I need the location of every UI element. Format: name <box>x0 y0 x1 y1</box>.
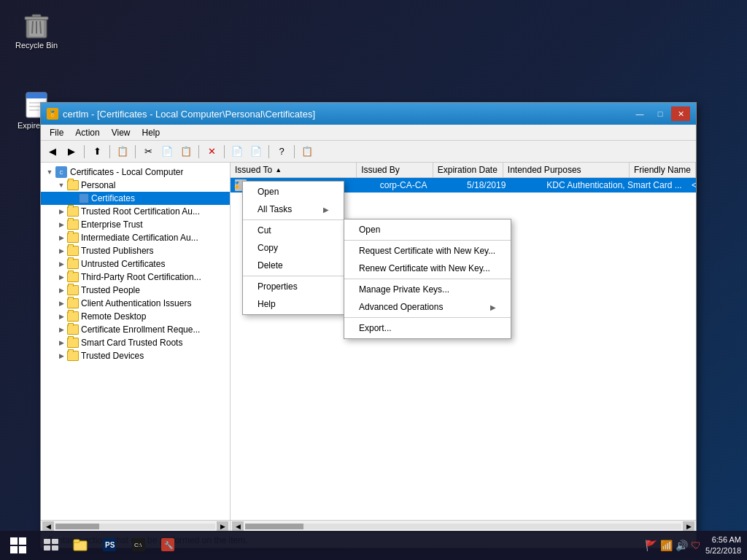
taskbar-powershell[interactable]: PS <box>95 531 124 560</box>
menu-action[interactable]: Action <box>69 126 105 139</box>
help-button[interactable]: ? <box>273 144 290 160</box>
cut-button[interactable]: ✂ <box>139 144 157 160</box>
client-auth-expand-icon[interactable]: ▶ <box>55 298 67 309</box>
svg-rect-18 <box>52 539 58 544</box>
close-button[interactable]: ✕ <box>671 106 690 121</box>
show-hide-button[interactable]: 📋 <box>114 144 131 160</box>
ctx-copy[interactable]: Copy <box>243 239 344 257</box>
tree-root-label: Certificates - Local Computer <box>70 167 183 177</box>
svg-rect-17 <box>44 539 50 544</box>
submenu-open[interactable]: Open <box>344 221 511 238</box>
tree-trusted-publishers[interactable]: ▶ Trusted Publishers <box>41 244 230 257</box>
col-friendly[interactable]: Friendly Name <box>630 163 696 177</box>
left-scrollbar-track[interactable] <box>55 524 215 529</box>
left-hscrollbar[interactable]: ◀ ▶ <box>41 521 231 532</box>
toolbar-separator-1 <box>84 145 85 158</box>
trusted-people-expand-icon[interactable]: ▶ <box>55 284 67 296</box>
taskbar-file-explorer[interactable] <box>66 531 95 560</box>
cert-enrollment-expand-icon[interactable]: ▶ <box>55 324 67 335</box>
menu-help[interactable]: Help <box>136 126 166 139</box>
tree-smart-card[interactable]: ▶ Smart Card Trusted Roots <box>41 336 230 349</box>
trusted-pub-expand-icon[interactable]: ▶ <box>55 245 67 257</box>
left-scroll-right[interactable]: ▶ <box>217 521 228 532</box>
trusted-pub-folder-icon <box>67 246 79 256</box>
task-button[interactable]: 📋 <box>298 144 316 160</box>
col-issued-by[interactable]: Issued By <box>357 163 433 177</box>
untrusted-expand-icon[interactable]: ▶ <box>55 258 67 270</box>
tree-panel[interactable]: ▼ C Certificates - Local Computer ▼ Pers… <box>41 163 231 520</box>
submenu-advanced-ops[interactable]: Advanced Operations ▶ <box>344 298 511 316</box>
recycle-bin-desktop-icon[interactable]: Recycle Bin <box>7 7 66 52</box>
tree-root[interactable]: ▼ C Certificates - Local Computer <box>41 166 230 179</box>
trusted-devices-expand-icon[interactable]: ▶ <box>55 350 67 362</box>
ctx-sep-2 <box>243 276 344 276</box>
taskbar-cmd[interactable]: C:\ <box>124 531 153 560</box>
maximize-button[interactable]: □ <box>651 106 670 121</box>
enterprise-expand-icon[interactable]: ▶ <box>55 219 67 230</box>
volume-tray-icon[interactable]: 🔊 <box>676 540 688 551</box>
ctx-help[interactable]: Help <box>243 295 344 313</box>
start-button[interactable] <box>0 531 36 560</box>
tree-untrusted[interactable]: ▶ Untrusted Certificates <box>41 257 230 271</box>
right-hscrollbar[interactable]: ◀ ▶ <box>231 521 696 532</box>
ctx-delete[interactable]: Delete <box>243 257 344 274</box>
ctx-properties[interactable]: Properties <box>243 278 344 295</box>
tree-certs-label: Certificates <box>91 193 135 203</box>
forward-button[interactable]: ▶ <box>63 144 80 160</box>
delete-button[interactable]: ✕ <box>203 144 220 160</box>
friendly-value: <None> <box>692 180 696 190</box>
taskbar-tools[interactable]: 🔧 <box>153 531 182 560</box>
submenu-manage-private-keys[interactable]: Manage Private Keys... <box>344 281 511 298</box>
tree-personal[interactable]: ▼ Personal <box>41 179 230 192</box>
submenu-renew-new-key-label: Renew Certificate with New Key... <box>359 263 490 273</box>
back-button[interactable]: ◀ <box>44 144 61 160</box>
tree-trusted-root[interactable]: ▶ Trusted Root Certification Au... <box>41 205 230 218</box>
right-scroll-left[interactable]: ◀ <box>232 521 244 532</box>
left-scroll-left[interactable]: ◀ <box>42 521 54 532</box>
tree-client-auth[interactable]: ▶ Client Authentication Issuers <box>41 297 230 310</box>
left-scrollbar-thumb[interactable] <box>55 524 99 529</box>
third-party-expand-icon[interactable]: ▶ <box>55 271 67 283</box>
personal-expand-icon[interactable]: ▼ <box>55 179 67 191</box>
system-clock[interactable]: 6:56 AM 5/22/2018 <box>705 534 741 557</box>
submenu-renew-new-key[interactable]: Renew Certificate with New Key... <box>344 260 511 277</box>
tree-third-party[interactable]: ▶ Third-Party Root Certification... <box>41 271 230 284</box>
trusted-root-icon <box>67 206 79 217</box>
root-expand-icon[interactable]: ▼ <box>44 166 55 178</box>
tree-trusted-devices[interactable]: ▶ Trusted Devices <box>41 349 230 362</box>
network-tray-icon[interactable]: 📶 <box>660 540 673 551</box>
right-scroll-right[interactable]: ▶ <box>683 521 694 532</box>
col-expiration[interactable]: Expiration Date <box>433 163 503 177</box>
tree-trusted-people[interactable]: ▶ Trusted People <box>41 284 230 297</box>
right-scrollbar-track[interactable] <box>245 524 681 529</box>
submenu-request-new-key[interactable]: Request Certificate with New Key... <box>344 242 511 260</box>
intermediate-expand-icon[interactable]: ▶ <box>55 232 67 244</box>
minimize-button[interactable]: — <box>630 106 649 121</box>
ctx-all-tasks[interactable]: All Tasks ▶ Open Request Certificate wit… <box>243 201 344 218</box>
tree-intermediate[interactable]: ▶ Intermediate Certification Au... <box>41 231 230 244</box>
submenu-export[interactable]: Export... <box>344 319 511 337</box>
trusted-root-expand-icon[interactable]: ▶ <box>55 206 67 217</box>
tree-certificates[interactable]: Certificates <box>41 192 230 205</box>
view-button[interactable]: 📄 <box>247 144 265 160</box>
properties-button[interactable]: 📄 <box>228 144 246 160</box>
ctx-cut[interactable]: Cut <box>243 222 344 239</box>
up-button[interactable]: ⬆ <box>88 144 106 160</box>
menu-file[interactable]: File <box>44 126 69 139</box>
menu-view[interactable]: View <box>106 126 136 139</box>
col-issued-to[interactable]: Issued To ▲ <box>231 163 357 177</box>
remote-desktop-expand-icon[interactable]: ▶ <box>55 311 67 322</box>
taskbar-task-view[interactable] <box>36 531 66 560</box>
flag-tray-icon[interactable]: 🚩 <box>645 540 657 551</box>
ctx-open[interactable]: Open <box>243 183 344 201</box>
tree-remote-desktop[interactable]: ▶ Remote Desktop <box>41 310 230 323</box>
paste-button[interactable]: 📋 <box>177 144 195 160</box>
sort-arrow-icon: ▲ <box>275 166 282 174</box>
tree-enterprise[interactable]: ▶ Enterprise Trust <box>41 218 230 231</box>
security-tray-icon[interactable]: 🛡 <box>691 540 701 551</box>
tree-cert-enrollment[interactable]: ▶ Certificate Enrollment Reque... <box>41 323 230 336</box>
copy-button[interactable]: 📄 <box>158 144 176 160</box>
smart-card-expand-icon[interactable]: ▶ <box>55 337 67 349</box>
right-scrollbar-thumb[interactable] <box>245 524 303 529</box>
col-purposes[interactable]: Intended Purposes <box>503 163 630 177</box>
